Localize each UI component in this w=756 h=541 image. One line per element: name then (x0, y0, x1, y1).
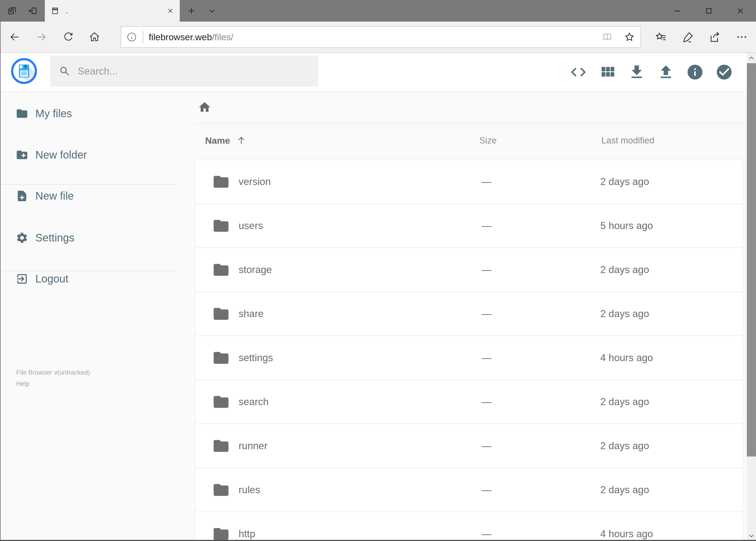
filebrowser-logo[interactable] (11, 58, 38, 85)
hub-favorites-icon[interactable] (650, 22, 672, 52)
file-row-storage[interactable]: storage—2 days ago (195, 248, 743, 291)
file-name: runner (239, 440, 267, 452)
file-size: — (482, 352, 491, 363)
file-size: — (482, 440, 491, 452)
sidebar-item-label: Logout (35, 273, 68, 285)
file-modified: 2 days ago (600, 440, 649, 452)
minimize-button[interactable] (661, 0, 693, 22)
file-row-rules[interactable]: rules—2 days ago (195, 467, 743, 512)
folder-icon (16, 107, 28, 120)
file-name: search (239, 396, 269, 407)
breadcrumb-home-icon[interactable] (198, 101, 211, 114)
app-header: Search... (0, 53, 747, 92)
upload-icon[interactable] (657, 63, 675, 81)
column-header-size[interactable]: Size (479, 132, 497, 149)
file-row-http[interactable]: http—4 hours ago (195, 512, 743, 541)
file-modified: 2 days ago (600, 176, 649, 188)
sidebar-item-new-folder[interactable]: New folder (0, 141, 195, 168)
close-window-button[interactable] (724, 0, 756, 22)
app-version-text: File Browser v(untracked) (16, 367, 90, 378)
address-bar[interactable]: filebrowser.web/files/ (121, 26, 641, 48)
annotate-pen-icon[interactable] (677, 22, 699, 52)
share-icon[interactable] (703, 22, 726, 52)
sidebar-item-my-files[interactable]: My files (0, 100, 195, 127)
file-name: rules (239, 484, 260, 496)
logout-icon (16, 272, 28, 285)
folder-icon (212, 437, 230, 455)
file-modified: 2 days ago (600, 484, 649, 496)
url-path: /files/ (212, 32, 233, 42)
file-size: — (482, 264, 491, 275)
file-row-search[interactable]: search—2 days ago (195, 379, 743, 423)
folder-icon (212, 173, 230, 191)
sidebar-item-settings[interactable]: Settings (0, 224, 195, 251)
scroll-up-icon[interactable] (747, 53, 756, 63)
set-aside-tabs-icon[interactable] (2, 0, 22, 22)
file-plus-icon (16, 190, 28, 202)
sidebar-item-logout[interactable]: Logout (0, 265, 195, 292)
file-listing: Name Size Last modified version—2 days a… (195, 92, 747, 541)
site-info-icon[interactable] (126, 31, 137, 43)
sidebar-divider (0, 184, 175, 185)
file-size: — (482, 528, 491, 540)
file-size: — (482, 220, 491, 232)
tab-close-icon[interactable] (167, 7, 174, 14)
folder-plus-icon (16, 149, 28, 161)
reading-view-book-icon[interactable] (596, 31, 619, 43)
file-row-share[interactable]: share—2 days ago (195, 291, 743, 335)
file-row-version[interactable]: version—2 days ago (195, 160, 743, 204)
file-modified: 2 days ago (600, 264, 649, 275)
home-icon[interactable] (84, 22, 105, 52)
url-host: filebrowser.web (149, 32, 212, 42)
gear-icon (16, 232, 28, 244)
file-row-runner[interactable]: runner—2 days ago (195, 423, 743, 467)
sidebar-item-label: My files (35, 108, 72, 120)
code-icon[interactable] (570, 63, 587, 81)
file-size: — (482, 176, 491, 188)
folder-icon (212, 481, 230, 499)
header-toolbar (570, 53, 733, 91)
sidebar-item-new-file[interactable]: New file (0, 182, 195, 209)
folder-icon (212, 525, 230, 541)
sidebar: My filesNew folderNew fileSettingsLogout… (0, 92, 195, 541)
sidebar-divider (0, 270, 175, 271)
file-modified: 4 hours ago (600, 528, 653, 540)
browser-window: . filebrowser.web/files/ (0, 0, 756, 541)
file-size: — (482, 308, 491, 319)
info-circle-icon[interactable] (686, 63, 704, 81)
grid-view-icon[interactable] (599, 63, 617, 81)
browser-tab[interactable]: . (45, 0, 180, 22)
column-header-name[interactable]: Name (205, 132, 246, 149)
new-tab-button[interactable] (181, 0, 201, 22)
scroll-down-icon[interactable] (747, 531, 756, 541)
help-link[interactable]: Help (16, 378, 29, 389)
file-row-users[interactable]: users—5 hours ago (195, 204, 743, 248)
tab-preview-toggle[interactable] (202, 0, 222, 22)
file-name: users (239, 220, 263, 232)
file-name: storage (239, 264, 272, 275)
file-modified: 2 days ago (600, 308, 649, 319)
forward-icon[interactable] (31, 22, 52, 52)
page-scrollbar[interactable] (747, 53, 756, 541)
folder-icon (212, 261, 230, 279)
file-size: — (482, 484, 491, 496)
restore-tabs-icon[interactable] (23, 0, 43, 22)
page-favicon-icon (51, 6, 59, 15)
maximize-button[interactable] (693, 0, 724, 22)
back-icon[interactable] (4, 22, 25, 52)
column-header-modified[interactable]: Last modified (601, 132, 654, 149)
breadcrumb-divider (195, 123, 747, 124)
tab-title: . (66, 7, 167, 15)
file-name: settings (239, 352, 273, 363)
more-dots-icon[interactable] (730, 22, 753, 52)
download-icon[interactable] (628, 63, 645, 81)
arrow-up-icon (236, 135, 246, 146)
file-row-settings[interactable]: settings—4 hours ago (195, 335, 743, 379)
check-circle-icon[interactable] (715, 63, 733, 81)
scrollbar-thumb[interactable] (747, 63, 756, 456)
urlbar-divider (143, 31, 143, 43)
favorite-star-icon[interactable] (619, 31, 640, 43)
url-text: filebrowser.web/files/ (149, 32, 233, 42)
search-input[interactable]: Search... (50, 56, 318, 87)
refresh-icon[interactable] (58, 22, 79, 52)
